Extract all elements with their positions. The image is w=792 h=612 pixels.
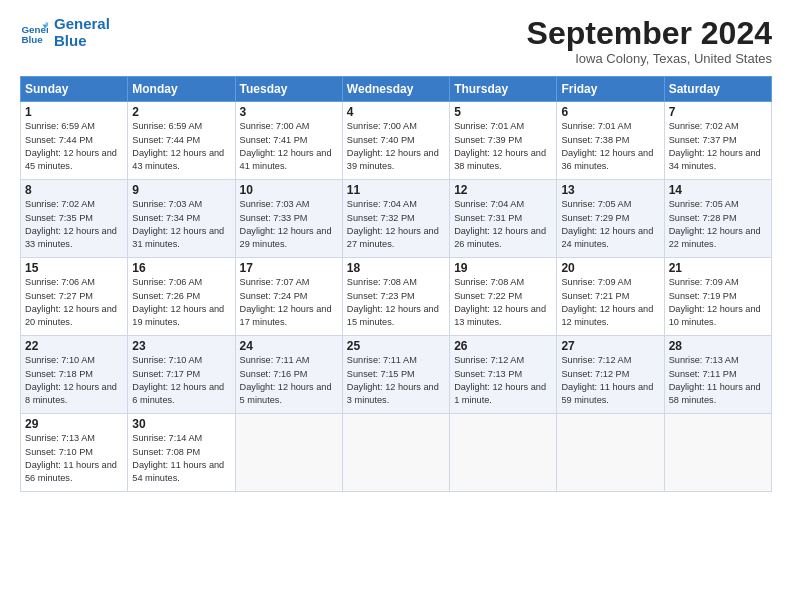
calendar-row: 1Sunrise: 6:59 AMSunset: 7:44 PMDaylight…: [21, 102, 772, 180]
calendar-cell: [450, 414, 557, 492]
calendar-cell: 24Sunrise: 7:11 AMSunset: 7:16 PMDayligh…: [235, 336, 342, 414]
calendar-cell: 11Sunrise: 7:04 AMSunset: 7:32 PMDayligh…: [342, 180, 449, 258]
calendar-cell: [664, 414, 771, 492]
day-number: 17: [240, 261, 338, 275]
calendar-row: 22Sunrise: 7:10 AMSunset: 7:18 PMDayligh…: [21, 336, 772, 414]
cell-content: Sunrise: 7:04 AMSunset: 7:31 PMDaylight:…: [454, 199, 546, 249]
cell-content: Sunrise: 7:12 AMSunset: 7:13 PMDaylight:…: [454, 355, 546, 405]
calendar-cell: 3Sunrise: 7:00 AMSunset: 7:41 PMDaylight…: [235, 102, 342, 180]
day-number: 26: [454, 339, 552, 353]
col-thursday: Thursday: [450, 77, 557, 102]
calendar-cell: 7Sunrise: 7:02 AMSunset: 7:37 PMDaylight…: [664, 102, 771, 180]
calendar-cell: 10Sunrise: 7:03 AMSunset: 7:33 PMDayligh…: [235, 180, 342, 258]
calendar-cell: 18Sunrise: 7:08 AMSunset: 7:23 PMDayligh…: [342, 258, 449, 336]
day-number: 22: [25, 339, 123, 353]
header: General Blue General Blue September 2024…: [20, 16, 772, 66]
day-number: 11: [347, 183, 445, 197]
calendar-cell: 12Sunrise: 7:04 AMSunset: 7:31 PMDayligh…: [450, 180, 557, 258]
page: General Blue General Blue September 2024…: [0, 0, 792, 612]
day-number: 30: [132, 417, 230, 431]
header-row: Sunday Monday Tuesday Wednesday Thursday…: [21, 77, 772, 102]
cell-content: Sunrise: 7:11 AMSunset: 7:16 PMDaylight:…: [240, 355, 332, 405]
calendar-cell: 6Sunrise: 7:01 AMSunset: 7:38 PMDaylight…: [557, 102, 664, 180]
calendar-cell: 17Sunrise: 7:07 AMSunset: 7:24 PMDayligh…: [235, 258, 342, 336]
cell-content: Sunrise: 7:07 AMSunset: 7:24 PMDaylight:…: [240, 277, 332, 327]
calendar-cell: 20Sunrise: 7:09 AMSunset: 7:21 PMDayligh…: [557, 258, 664, 336]
col-tuesday: Tuesday: [235, 77, 342, 102]
calendar-cell: 27Sunrise: 7:12 AMSunset: 7:12 PMDayligh…: [557, 336, 664, 414]
calendar-cell: 21Sunrise: 7:09 AMSunset: 7:19 PMDayligh…: [664, 258, 771, 336]
cell-content: Sunrise: 7:05 AMSunset: 7:28 PMDaylight:…: [669, 199, 761, 249]
cell-content: Sunrise: 7:14 AMSunset: 7:08 PMDaylight:…: [132, 433, 224, 483]
cell-content: Sunrise: 6:59 AMSunset: 7:44 PMDaylight:…: [25, 121, 117, 171]
calendar-cell: 25Sunrise: 7:11 AMSunset: 7:15 PMDayligh…: [342, 336, 449, 414]
cell-content: Sunrise: 7:02 AMSunset: 7:35 PMDaylight:…: [25, 199, 117, 249]
col-sunday: Sunday: [21, 77, 128, 102]
day-number: 24: [240, 339, 338, 353]
cell-content: Sunrise: 7:04 AMSunset: 7:32 PMDaylight:…: [347, 199, 439, 249]
calendar-cell: 23Sunrise: 7:10 AMSunset: 7:17 PMDayligh…: [128, 336, 235, 414]
svg-text:Blue: Blue: [21, 33, 43, 44]
cell-content: Sunrise: 7:10 AMSunset: 7:18 PMDaylight:…: [25, 355, 117, 405]
calendar-cell: 9Sunrise: 7:03 AMSunset: 7:34 PMDaylight…: [128, 180, 235, 258]
cell-content: Sunrise: 7:01 AMSunset: 7:39 PMDaylight:…: [454, 121, 546, 171]
calendar-cell: 4Sunrise: 7:00 AMSunset: 7:40 PMDaylight…: [342, 102, 449, 180]
day-number: 1: [25, 105, 123, 119]
calendar-cell: 5Sunrise: 7:01 AMSunset: 7:39 PMDaylight…: [450, 102, 557, 180]
cell-content: Sunrise: 6:59 AMSunset: 7:44 PMDaylight:…: [132, 121, 224, 171]
day-number: 18: [347, 261, 445, 275]
cell-content: Sunrise: 7:03 AMSunset: 7:34 PMDaylight:…: [132, 199, 224, 249]
day-number: 9: [132, 183, 230, 197]
calendar-cell: 8Sunrise: 7:02 AMSunset: 7:35 PMDaylight…: [21, 180, 128, 258]
calendar-cell: 13Sunrise: 7:05 AMSunset: 7:29 PMDayligh…: [557, 180, 664, 258]
col-friday: Friday: [557, 77, 664, 102]
calendar-cell: 1Sunrise: 6:59 AMSunset: 7:44 PMDaylight…: [21, 102, 128, 180]
calendar-cell: 22Sunrise: 7:10 AMSunset: 7:18 PMDayligh…: [21, 336, 128, 414]
col-monday: Monday: [128, 77, 235, 102]
logo-line2: Blue: [54, 33, 110, 50]
cell-content: Sunrise: 7:13 AMSunset: 7:10 PMDaylight:…: [25, 433, 117, 483]
cell-content: Sunrise: 7:10 AMSunset: 7:17 PMDaylight:…: [132, 355, 224, 405]
cell-content: Sunrise: 7:08 AMSunset: 7:23 PMDaylight:…: [347, 277, 439, 327]
day-number: 29: [25, 417, 123, 431]
calendar-cell: 28Sunrise: 7:13 AMSunset: 7:11 PMDayligh…: [664, 336, 771, 414]
day-number: 12: [454, 183, 552, 197]
day-number: 28: [669, 339, 767, 353]
cell-content: Sunrise: 7:09 AMSunset: 7:21 PMDaylight:…: [561, 277, 653, 327]
day-number: 7: [669, 105, 767, 119]
col-saturday: Saturday: [664, 77, 771, 102]
day-number: 8: [25, 183, 123, 197]
cell-content: Sunrise: 7:00 AMSunset: 7:40 PMDaylight:…: [347, 121, 439, 171]
cell-content: Sunrise: 7:08 AMSunset: 7:22 PMDaylight:…: [454, 277, 546, 327]
day-number: 2: [132, 105, 230, 119]
day-number: 5: [454, 105, 552, 119]
day-number: 21: [669, 261, 767, 275]
cell-content: Sunrise: 7:06 AMSunset: 7:26 PMDaylight:…: [132, 277, 224, 327]
calendar-cell: 29Sunrise: 7:13 AMSunset: 7:10 PMDayligh…: [21, 414, 128, 492]
logo-line1: General: [54, 16, 110, 33]
calendar-row: 8Sunrise: 7:02 AMSunset: 7:35 PMDaylight…: [21, 180, 772, 258]
calendar-table: Sunday Monday Tuesday Wednesday Thursday…: [20, 76, 772, 492]
day-number: 3: [240, 105, 338, 119]
cell-content: Sunrise: 7:02 AMSunset: 7:37 PMDaylight:…: [669, 121, 761, 171]
calendar-cell: 26Sunrise: 7:12 AMSunset: 7:13 PMDayligh…: [450, 336, 557, 414]
cell-content: Sunrise: 7:12 AMSunset: 7:12 PMDaylight:…: [561, 355, 653, 405]
calendar-cell: 14Sunrise: 7:05 AMSunset: 7:28 PMDayligh…: [664, 180, 771, 258]
day-number: 15: [25, 261, 123, 275]
cell-content: Sunrise: 7:05 AMSunset: 7:29 PMDaylight:…: [561, 199, 653, 249]
day-number: 6: [561, 105, 659, 119]
day-number: 19: [454, 261, 552, 275]
cell-content: Sunrise: 7:03 AMSunset: 7:33 PMDaylight:…: [240, 199, 332, 249]
day-number: 16: [132, 261, 230, 275]
calendar-row: 15Sunrise: 7:06 AMSunset: 7:27 PMDayligh…: [21, 258, 772, 336]
cell-content: Sunrise: 7:01 AMSunset: 7:38 PMDaylight:…: [561, 121, 653, 171]
calendar-cell: [557, 414, 664, 492]
calendar-cell: [342, 414, 449, 492]
month-title: September 2024: [527, 16, 772, 51]
day-number: 20: [561, 261, 659, 275]
day-number: 25: [347, 339, 445, 353]
cell-content: Sunrise: 7:00 AMSunset: 7:41 PMDaylight:…: [240, 121, 332, 171]
logo: General Blue General Blue: [20, 16, 110, 49]
day-number: 14: [669, 183, 767, 197]
calendar-cell: 2Sunrise: 6:59 AMSunset: 7:44 PMDaylight…: [128, 102, 235, 180]
